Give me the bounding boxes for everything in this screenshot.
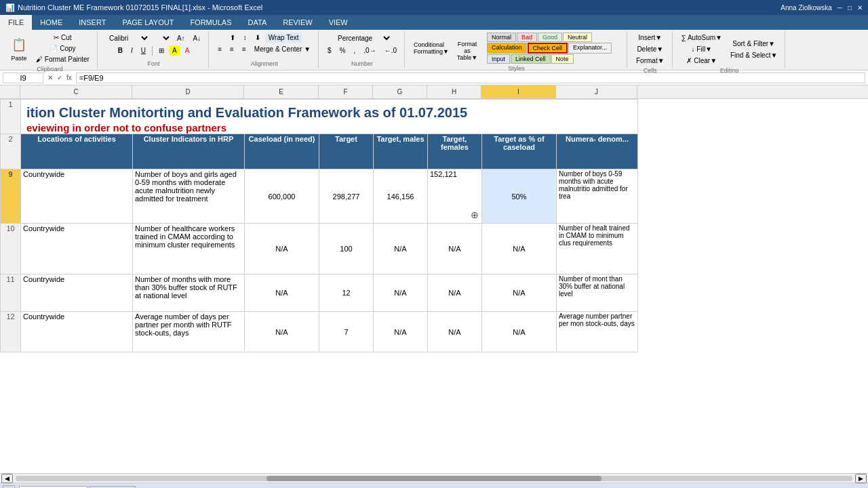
cell-i10[interactable]: N/A: [482, 224, 557, 274]
col-header-e[interactable]: E: [244, 85, 319, 98]
cell-h12[interactable]: N/A: [428, 312, 482, 352]
autosum-button[interactable]: ∑ AutoSum▼: [678, 33, 726, 43]
insert-function-icon[interactable]: fx: [65, 74, 73, 81]
cell-d11[interactable]: Number of months with more than 30% buff…: [133, 274, 245, 312]
cell-g9[interactable]: 146,156: [374, 169, 428, 224]
increase-decimal-button[interactable]: .0→: [360, 45, 379, 56]
align-middle-button[interactable]: ↕: [240, 33, 250, 43]
font-color-button[interactable]: A: [182, 45, 193, 56]
col-header-j[interactable]: J: [556, 85, 637, 98]
currency-button[interactable]: $: [324, 45, 335, 56]
tab-review[interactable]: REVIEW: [275, 15, 320, 30]
font-select[interactable]: Calibri: [103, 33, 151, 44]
cell-d9[interactable]: Number of boys and girls aged 0-59 month…: [133, 169, 245, 224]
merge-center-button[interactable]: Merge & Center ▼: [251, 44, 314, 54]
underline-button[interactable]: U: [138, 45, 149, 56]
confirm-formula-icon[interactable]: ✓: [56, 74, 64, 81]
insert-button[interactable]: Insert▼: [633, 33, 668, 43]
cell-c10[interactable]: Countrywide: [21, 224, 133, 274]
cell-e12[interactable]: N/A: [245, 312, 319, 352]
cell-e10[interactable]: N/A: [245, 224, 319, 274]
sort-filter-button[interactable]: Sort & Filter▼: [727, 39, 781, 49]
comma-button[interactable]: ,: [351, 45, 359, 56]
cell-i9[interactable]: 50%: [482, 169, 557, 224]
cell-j10[interactable]: Number of healt trained in CMAM to minim…: [557, 224, 638, 274]
percent-button[interactable]: %: [336, 45, 349, 56]
align-left-button[interactable]: ≡: [214, 44, 225, 54]
cell-e11[interactable]: N/A: [245, 274, 319, 312]
col-header-g[interactable]: G: [373, 85, 427, 98]
cell-d12[interactable]: Average number of days per partner per m…: [133, 312, 245, 352]
scroll-left-button[interactable]: ◀: [1, 474, 13, 483]
minimize-icon[interactable]: ─: [837, 4, 842, 12]
cell-c11[interactable]: Countrywide: [21, 274, 133, 312]
cell-j11[interactable]: Number of mont than 30% buffer at nation…: [557, 274, 638, 312]
decrease-font-button[interactable]: A↓: [190, 33, 205, 43]
tab-file[interactable]: FILE: [0, 15, 32, 30]
tab-formulas[interactable]: FORMULAS: [182, 15, 239, 30]
cell-h11[interactable]: N/A: [428, 274, 482, 312]
scrollbar-thumb[interactable]: [267, 476, 601, 481]
add-sheet-button[interactable]: +: [3, 485, 15, 488]
border-button[interactable]: ⊞: [155, 45, 167, 56]
align-bottom-button[interactable]: ⬇: [252, 33, 264, 43]
format-button[interactable]: Format▼: [633, 56, 668, 66]
col-header-d[interactable]: D: [132, 85, 244, 98]
cancel-formula-icon[interactable]: ✕: [46, 74, 54, 81]
align-right-button[interactable]: ≡: [239, 44, 250, 54]
paste-button[interactable]: 📋: [7, 35, 31, 54]
cell-h9[interactable]: 152,121 ⊕: [428, 169, 482, 224]
cell-c12[interactable]: Countrywide: [21, 312, 133, 352]
scroll-right-button[interactable]: ▶: [855, 474, 867, 483]
horizontal-scrollbar[interactable]: ◀ ▶: [0, 473, 868, 483]
cell-reference-box[interactable]: [3, 73, 43, 83]
number-format-select[interactable]: Percentage: [332, 33, 393, 44]
cell-g10[interactable]: N/A: [374, 224, 428, 274]
cell-e9[interactable]: 600,000: [245, 169, 319, 224]
cell-i11[interactable]: N/A: [482, 274, 557, 312]
increase-font-button[interactable]: A↑: [174, 33, 189, 43]
find-select-button[interactable]: Find & Select▼: [727, 50, 781, 60]
decrease-decimal-button[interactable]: ←.0: [381, 45, 400, 56]
tab-home[interactable]: HOME: [32, 15, 71, 30]
fill-button[interactable]: ↓ Fill▼: [678, 44, 726, 54]
fill-color-button[interactable]: A: [169, 45, 180, 56]
align-top-button[interactable]: ⬆: [226, 33, 239, 43]
col-header-h[interactable]: H: [427, 85, 481, 98]
tab-data[interactable]: DATA: [240, 15, 275, 30]
cell-j12[interactable]: Average number partner per mon stock-out…: [557, 312, 638, 352]
cell-j9[interactable]: Number of boys 0-59 months with acute ma…: [557, 169, 638, 224]
cell-g12[interactable]: N/A: [374, 312, 428, 352]
scrollbar-track[interactable]: [16, 476, 852, 481]
close-icon[interactable]: ✕: [857, 4, 863, 12]
clear-button[interactable]: ✗ Clear▼: [678, 56, 726, 66]
font-size-select[interactable]: 8: [152, 33, 172, 44]
formula-input[interactable]: [76, 73, 865, 83]
delete-button[interactable]: Delete▼: [633, 44, 668, 54]
cell-i12[interactable]: N/A: [482, 312, 557, 352]
cell-f12[interactable]: 7: [319, 312, 374, 352]
wrap-text-button[interactable]: Wrap Text: [265, 33, 302, 43]
tab-insert[interactable]: INSERT: [71, 15, 114, 30]
col-header-i[interactable]: I: [481, 85, 556, 98]
format-painter-button[interactable]: 🖌 Format Painter: [33, 54, 93, 64]
copy-button[interactable]: 📄 Copy: [33, 43, 93, 54]
cell-h10[interactable]: N/A: [428, 224, 482, 274]
conditional-formatting-button[interactable]: Conditional Formatting▼: [410, 39, 448, 57]
tab-page-layout[interactable]: PAGE LAYOUT: [114, 15, 182, 30]
maximize-icon[interactable]: □: [848, 4, 852, 12]
cell-c9[interactable]: Countrywide: [21, 169, 133, 224]
cell-f9[interactable]: 298,277: [319, 169, 374, 224]
format-as-table-button[interactable]: Format as Table▼: [450, 39, 484, 57]
bold-button[interactable]: B: [115, 45, 126, 56]
col-header-c[interactable]: C: [20, 85, 132, 98]
cut-button[interactable]: ✂ Cut: [33, 33, 93, 43]
cell-f11[interactable]: 12: [319, 274, 374, 312]
cell-d10[interactable]: Number of healthcare workers trained in …: [133, 224, 245, 274]
tab-view[interactable]: VIEW: [321, 15, 356, 30]
align-center-button[interactable]: ≡: [226, 44, 237, 54]
cell-f10[interactable]: 100: [319, 224, 374, 274]
col-header-f[interactable]: F: [319, 85, 373, 98]
italic-button[interactable]: I: [127, 45, 136, 56]
cell-g11[interactable]: N/A: [374, 274, 428, 312]
